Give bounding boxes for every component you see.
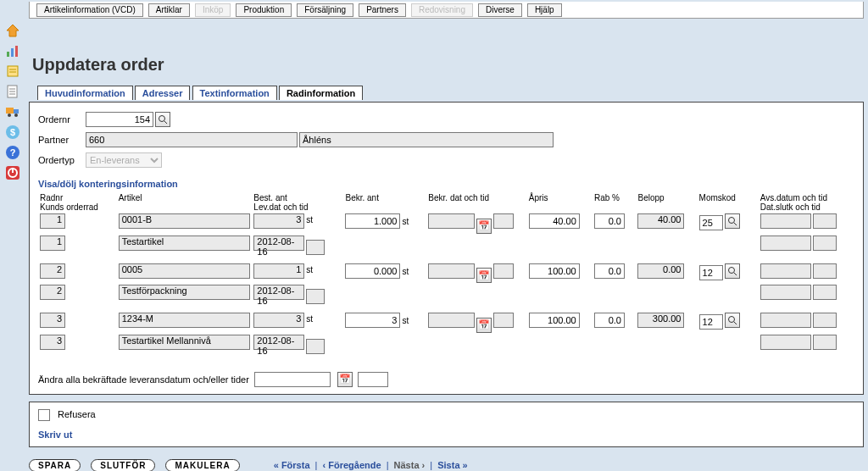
rail-icon-power[interactable] — [4, 164, 21, 181]
ordernr-search-icon[interactable] — [155, 112, 170, 127]
datslutk-cell — [760, 335, 811, 350]
levdat-cell: 2012-08-16 — [253, 335, 304, 350]
radnr-cell: 3 — [40, 313, 65, 328]
spara-button[interactable]: SPARA — [29, 459, 81, 471]
apris-input[interactable] — [529, 313, 580, 328]
moms-search-icon[interactable] — [725, 263, 740, 279]
svg-line-27 — [734, 273, 737, 275]
page-prev-link[interactable]: ‹ Föregående — [322, 460, 381, 470]
calendar-icon[interactable]: 📅 — [476, 219, 492, 234]
tab-huvudinformation[interactable]: Huvudinformation — [37, 86, 133, 100]
refusera-panel: Refusera Skriv ut — [29, 402, 864, 447]
refusera-checkbox[interactable] — [38, 409, 50, 421]
bekrtid-cell — [493, 263, 514, 279]
menu-artikelinfo[interactable]: Artikelinformation (VCD) — [36, 3, 143, 17]
menu-partners[interactable]: Partners — [359, 3, 406, 17]
calendar-icon[interactable]: 📅 — [476, 268, 492, 283]
calendar-icon[interactable]: 📅 — [476, 318, 492, 333]
menu-produktion[interactable]: Produktion — [236, 3, 292, 17]
bekrdat-cell — [428, 263, 475, 279]
page-last-link[interactable]: Sista » — [437, 460, 467, 470]
rail-icon-help[interactable]: ? — [4, 144, 21, 161]
artikel-name-cell: Testartikel Mellannivå — [119, 335, 251, 350]
skriv-ut-link[interactable]: Skriv ut — [38, 429, 72, 440]
left-icon-rail: $ ? — [0, 0, 25, 471]
menu-inkop: Inköp — [195, 3, 231, 17]
avsdatum-cell — [760, 313, 811, 328]
artikel-code-cell: 0001-B — [119, 213, 251, 229]
rail-icon-home[interactable] — [4, 22, 21, 39]
ordernr-input[interactable] — [86, 112, 153, 127]
levdat-cell: 2012-08-16 — [253, 236, 304, 251]
svg-rect-1 — [7, 52, 9, 57]
toggle-kontering-link[interactable]: Visa/dölj konteringsinformation — [38, 179, 854, 189]
bekrant-input[interactable] — [345, 313, 400, 328]
col-belopp: Belopp — [636, 192, 697, 213]
moms-input[interactable] — [699, 215, 723, 230]
levtid-cell — [306, 289, 325, 304]
rab-input[interactable] — [594, 213, 625, 229]
bulk-date-input[interactable] — [254, 372, 331, 387]
avstid-cell — [813, 263, 837, 279]
kunds-orderrad-cell: 2 — [40, 285, 65, 300]
apris-input[interactable] — [529, 263, 580, 279]
rail-icon-truck[interactable] — [4, 103, 21, 120]
svg-rect-3 — [15, 46, 18, 57]
rail-icon-doc[interactable] — [4, 83, 21, 100]
menu-forsaljning[interactable]: Försäljning — [297, 3, 353, 17]
svg-point-28 — [728, 317, 734, 323]
ordertyp-label: Ordertyp — [38, 155, 86, 165]
page-next-current: Nästa › — [394, 460, 426, 470]
unit-label: st — [306, 215, 313, 224]
page-first-link[interactable]: « Första — [274, 460, 310, 470]
bestant-cell: 3 — [253, 313, 304, 328]
rail-icon-chart[interactable] — [4, 42, 21, 59]
rab-input[interactable] — [594, 313, 625, 328]
rail-icon-note[interactable] — [4, 63, 21, 80]
tab-adresser[interactable]: Adresser — [135, 86, 191, 100]
rail-icon-dollar[interactable]: $ — [4, 124, 21, 141]
belopp-cell: 0.00 — [637, 263, 684, 279]
moms-search-icon[interactable] — [725, 313, 740, 328]
svg-text:$: $ — [10, 127, 15, 137]
avsdatum-cell — [760, 213, 811, 229]
moms-search-icon[interactable] — [725, 213, 740, 229]
svg-line-29 — [734, 322, 737, 324]
moms-input[interactable] — [699, 265, 723, 280]
bekrant-input[interactable] — [345, 213, 400, 229]
col-avsdatum: Avs.datum och tid Dat.slutk och tid — [759, 192, 854, 213]
col-radnr: Radnr Kunds orderrad — [38, 192, 117, 213]
levdat-cell: 2012-08-16 — [253, 285, 304, 300]
svg-point-24 — [728, 218, 734, 224]
bekrdat-cell — [428, 313, 475, 328]
moms-input[interactable] — [699, 314, 723, 330]
bekrant-input[interactable] — [345, 263, 400, 279]
svg-point-13 — [8, 114, 11, 117]
slutfor-button[interactable]: SLUTFÖR — [91, 459, 155, 471]
svg-point-22 — [159, 116, 165, 122]
menu-diverse[interactable]: Diverse — [478, 3, 522, 17]
rab-input[interactable] — [594, 263, 625, 279]
bulk-time-input[interactable] — [358, 372, 388, 387]
avstid-cell — [813, 313, 837, 328]
menu-artiklar[interactable]: Artiklar — [148, 3, 190, 17]
avstid-cell — [813, 213, 837, 229]
calendar-icon[interactable]: 📅 — [337, 372, 353, 387]
kunds-orderrad-cell: 1 — [40, 236, 65, 251]
datslutk-tid-cell — [813, 335, 837, 350]
ordernr-label: Ordernr — [38, 114, 86, 125]
makulera-button[interactable]: MAKULERA — [165, 459, 239, 471]
table-row: 1 Testartikel 2012-08-16 — [38, 235, 854, 258]
refusera-label: Refusera — [58, 409, 96, 419]
bulk-date-label: Ändra alla bekräftade leveransdatum och/… — [38, 374, 249, 385]
kunds-orderrad-cell: 3 — [40, 335, 65, 350]
tab-radinformation[interactable]: Radinformation — [279, 86, 363, 100]
menu-hjalp[interactable]: Hjälp — [527, 3, 562, 17]
table-row: 3 1234-M 3st st 📅 300.00 — [38, 312, 854, 334]
apris-input[interactable] — [529, 213, 580, 229]
tab-textinformation[interactable]: Textinformation — [192, 86, 277, 100]
belopp-cell: 300.00 — [637, 313, 684, 328]
col-momskod: Momskod — [698, 192, 759, 213]
radnr-cell: 1 — [40, 213, 65, 229]
col-bestant: Best. ant Lev.dat och tid — [252, 192, 343, 213]
